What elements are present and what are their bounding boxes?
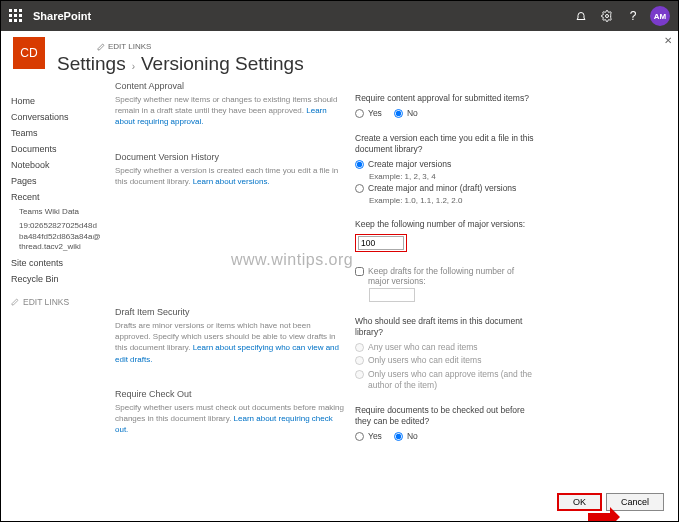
suite-header: SharePoint ? AM — [1, 1, 678, 31]
breadcrumb-sep: › — [132, 61, 135, 72]
section-checkout: Require Check Out Specify whether users … — [115, 389, 345, 436]
nav-recent[interactable]: Recent — [11, 189, 101, 205]
ok-button[interactable]: OK — [557, 493, 602, 511]
radio-checkout-yes[interactable]: Yes — [355, 431, 382, 442]
panel-close-icon[interactable]: ✕ — [664, 35, 672, 46]
section-content-approval: Content Approval Specify whether new ite… — [115, 81, 345, 128]
cancel-button[interactable]: Cancel — [606, 493, 664, 511]
nav-recycle-bin[interactable]: Recycle Bin — [11, 271, 101, 287]
nav-notebook[interactable]: Notebook — [11, 157, 101, 173]
brand-label: SharePoint — [33, 10, 91, 22]
svg-point-0 — [606, 15, 609, 18]
control-content-approval: Require content approval for submitted i… — [355, 93, 535, 119]
highlight-box — [355, 234, 407, 252]
pencil-icon — [97, 43, 105, 51]
footer-buttons: OK Cancel — [557, 493, 664, 511]
nav-documents[interactable]: Documents — [11, 141, 101, 157]
nav-conversations[interactable]: Conversations — [11, 109, 101, 125]
section-title: Require Check Out — [115, 389, 345, 399]
control-require-checkout: Require documents to be checked out befo… — [355, 405, 535, 442]
input-keep-major[interactable] — [358, 236, 404, 250]
settings-gear-icon[interactable] — [596, 5, 618, 27]
section-draft-security: Draft Item Security Drafts are minor ver… — [115, 307, 345, 365]
radio-approval-no[interactable]: No — [394, 108, 418, 119]
radio-who-approve[interactable]: Only users who can approve items (and th… — [355, 369, 535, 391]
nav-recent-item-1[interactable]: Teams Wiki Data — [19, 205, 101, 219]
site-tile: CD — [13, 37, 45, 69]
link-versions[interactable]: Learn about versions. — [193, 177, 270, 186]
user-avatar[interactable]: AM — [650, 6, 670, 26]
control-draft-visibility: Who should see draft items in this docum… — [355, 316, 535, 390]
section-title: Document Version History — [115, 152, 345, 162]
nav-site-contents[interactable]: Site contents — [11, 255, 101, 271]
nav-teams[interactable]: Teams — [11, 125, 101, 141]
notifications-icon[interactable] — [570, 5, 592, 27]
radio-minor-versions[interactable]: Create major and minor (draft) versions — [355, 183, 535, 194]
page-title: Versioning Settings — [141, 53, 304, 75]
radio-who-edit[interactable]: Only users who can edit items — [355, 355, 535, 366]
radio-major-versions[interactable]: Create major versions — [355, 159, 535, 170]
section-title: Draft Item Security — [115, 307, 345, 317]
edit-links-top[interactable]: EDIT LINKS — [97, 42, 151, 51]
section-version-history: Document Version History Specify whether… — [115, 152, 345, 187]
nav-pages[interactable]: Pages — [11, 173, 101, 189]
control-versioning: Create a version each time you edit a fi… — [355, 133, 535, 205]
left-nav: Home Conversations Teams Documents Noteb… — [11, 93, 101, 307]
app-launcher-icon[interactable] — [9, 9, 23, 23]
nav-edit-links[interactable]: EDIT LINKS — [11, 297, 101, 307]
input-keep-drafts[interactable] — [369, 288, 415, 302]
nav-recent-item-2[interactable]: 19:02652827025d48dba484fd52d863a84a@thre… — [19, 219, 101, 254]
control-keep-drafts: Keep drafts for the following number of … — [355, 266, 535, 302]
checkbox-keep-drafts[interactable]: Keep drafts for the following number of … — [355, 266, 535, 286]
pencil-icon — [11, 298, 19, 306]
radio-who-any[interactable]: Any user who can read items — [355, 342, 535, 353]
radio-approval-yes[interactable]: Yes — [355, 108, 382, 119]
nav-home[interactable]: Home — [11, 93, 101, 109]
control-keep-major: Keep the following number of major versi… — [355, 219, 535, 252]
help-icon[interactable]: ? — [622, 5, 644, 27]
section-title: Content Approval — [115, 81, 345, 91]
radio-checkout-no[interactable]: No — [394, 431, 418, 442]
breadcrumb-settings[interactable]: Settings — [57, 53, 126, 75]
